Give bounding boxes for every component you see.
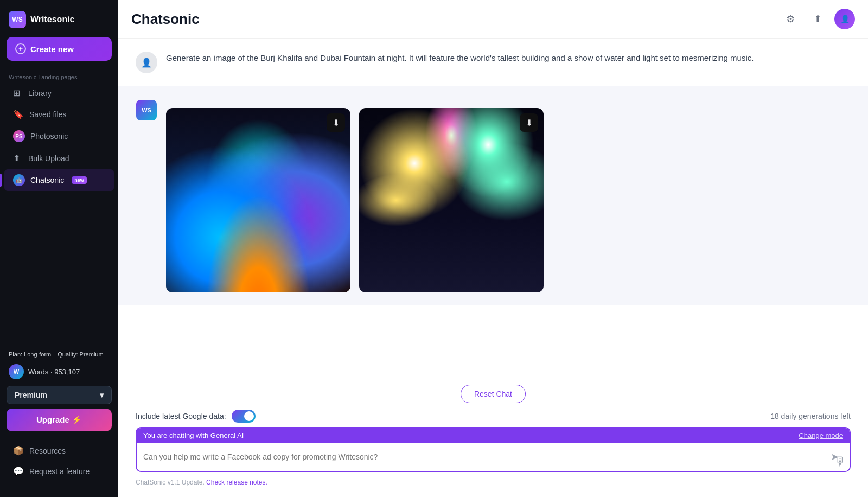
plan-info: Plan: Long-form Quality: Premium (0, 347, 118, 362)
words-icon: W (9, 364, 24, 379)
premium-button[interactable]: Premium ▾ (7, 386, 112, 404)
words-row: W Words · 953,107 (0, 362, 118, 384)
ai-message-row: WS ⬇ ⬇ (118, 86, 868, 305)
avatar[interactable]: 👤 (834, 9, 855, 29)
photosonic-icon: PS (13, 130, 25, 142)
chatsonic-icon: 🤖 (13, 174, 25, 186)
sidebar-bottom: Plan: Long-form Quality: Premium W Words… (0, 340, 118, 490)
bottom-input-area: You are chatting with General AI Change … (118, 427, 868, 497)
logo-area: WS Writesonic (0, 7, 118, 37)
google-toggle-switch[interactable] (232, 410, 256, 423)
user-message-text: Generate an image of the Burj Khalifa an… (166, 52, 851, 65)
reset-chat-button[interactable]: Reset Chat (461, 385, 526, 403)
generated-image-2: ⬇ (359, 108, 544, 292)
topbar: Chatsonic ⚙ ⬆ 👤 (118, 0, 868, 39)
download-icon-2: ⬇ (526, 118, 533, 128)
sidebar-item-request-feature[interactable]: 💬 Request a feature (4, 461, 114, 481)
upload-icon: ⬆ (814, 13, 822, 25)
images-grid: ⬇ ⬇ (166, 108, 851, 292)
ai-message-content: ⬇ ⬇ (166, 99, 851, 292)
sidebar-item-photosonic[interactable]: PS Photosonic (4, 125, 114, 147)
sidebar-item-chatsonic[interactable]: 🤖 Chatsonic new (4, 169, 114, 191)
words-count: Words · 953,107 (28, 368, 80, 376)
logo-icon: WS (9, 11, 26, 28)
user-icon: 👤 (141, 58, 152, 68)
page-title: Chatsonic (131, 11, 200, 28)
chat-input[interactable] (143, 453, 821, 461)
chat-area: 👤 Generate an image of the Burj Khalifa … (118, 39, 868, 378)
chat-mode-bar: You are chatting with General AI Change … (137, 428, 850, 443)
sidebar-item-bulk-upload[interactable]: ⬆ Bulk Upload (4, 148, 114, 168)
download-button-2[interactable]: ⬇ (520, 113, 538, 132)
user-avatar: 👤 (136, 52, 157, 73)
microphone-icon[interactable]: 🎙 (834, 455, 846, 469)
generated-image-1: ⬇ (166, 108, 350, 292)
upgrade-button[interactable]: Upgrade ⚡ (7, 409, 112, 431)
grid-icon: ⊞ (13, 88, 23, 98)
chat-input-container: You are chatting with General AI Change … (136, 427, 851, 472)
sidebar-section-label: Writesonic Landing pages (0, 69, 118, 82)
sidebar-item-resources[interactable]: 📦 Resources (4, 441, 114, 461)
topbar-actions: ⚙ ⬆ 👤 (780, 9, 855, 29)
google-toggle-label: Include latest Google data: (136, 412, 226, 420)
release-notes-link[interactable]: Check release notes. (206, 479, 267, 486)
user-message-row: 👤 Generate an image of the Burj Khalifa … (118, 39, 868, 86)
fountain-image (166, 108, 350, 292)
bookmark-icon: 🔖 (13, 109, 24, 119)
ai-avatar-icon: WS (136, 100, 157, 120)
logo-text: Writesonic (30, 15, 75, 24)
change-mode-link[interactable]: Change mode (799, 431, 843, 439)
feature-icon: 💬 (13, 466, 24, 476)
user-message-content: Generate an image of the Burj Khalifa an… (166, 52, 851, 65)
sidebar-item-library[interactable]: ⊞ Library (4, 83, 114, 103)
plus-circle-icon: + (15, 43, 26, 54)
create-new-button[interactable]: + Create new (7, 37, 112, 61)
download-icon-1: ⬇ (333, 118, 340, 128)
daily-gen-label: 18 daily generations left (770, 412, 851, 420)
main-content: Chatsonic ⚙ ⬆ 👤 👤 Generate an image of t… (118, 0, 868, 497)
chevron-down-icon: ▾ (100, 391, 104, 399)
toggle-knob (244, 411, 254, 421)
gear-icon: ⚙ (786, 13, 795, 25)
sidebar-item-saved-files[interactable]: 🔖 Saved files (4, 104, 114, 124)
upload-button[interactable]: ⬆ (807, 9, 828, 29)
fireworks-image (359, 108, 544, 292)
chat-input-row: ➤ (137, 443, 850, 471)
resources-icon: 📦 (13, 445, 24, 456)
ai-avatar: WS (136, 99, 157, 121)
version-note: ChatSonic v1.1 Update. Check release not… (136, 476, 267, 490)
reset-chat-row: Reset Chat (136, 385, 851, 403)
settings-button[interactable]: ⚙ (780, 9, 801, 29)
new-badge: new (72, 176, 87, 184)
google-toggle-row: Include latest Google data: 18 daily gen… (136, 410, 851, 423)
download-button-1[interactable]: ⬇ (327, 113, 345, 132)
sidebar: WS Writesonic + Create new Writesonic La… (0, 0, 118, 497)
chat-controls: Reset Chat Include latest Google data: 1… (118, 378, 868, 427)
chat-mode-text: You are chatting with General AI (143, 431, 244, 439)
bulk-upload-icon: ⬆ (13, 153, 23, 163)
